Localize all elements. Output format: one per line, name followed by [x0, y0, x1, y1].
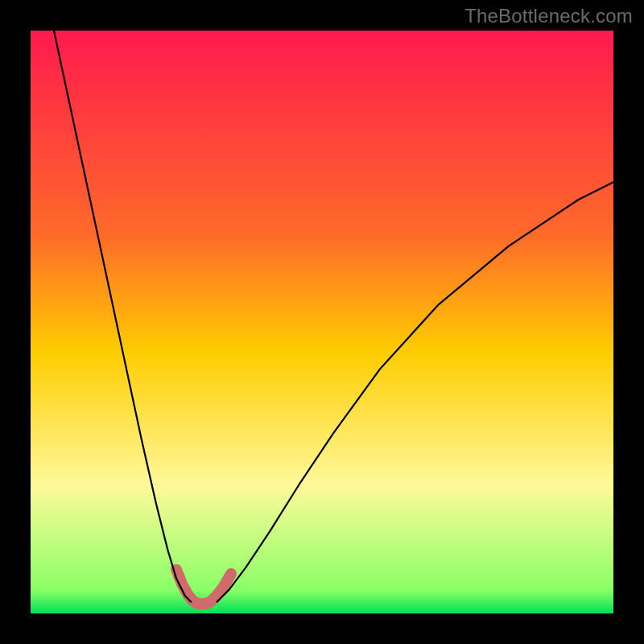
gradient-background	[31, 31, 613, 613]
chart-frame: TheBottleneck.com	[0, 0, 644, 644]
plot-area	[31, 31, 613, 613]
watermark-text: TheBottleneck.com	[464, 5, 633, 27]
chart-svg	[31, 31, 613, 613]
